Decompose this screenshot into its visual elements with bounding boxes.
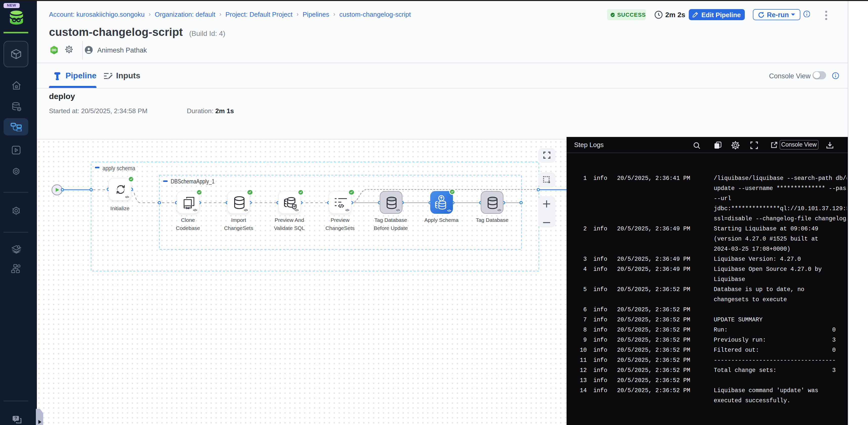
svg-text:?: ? (14, 416, 17, 421)
